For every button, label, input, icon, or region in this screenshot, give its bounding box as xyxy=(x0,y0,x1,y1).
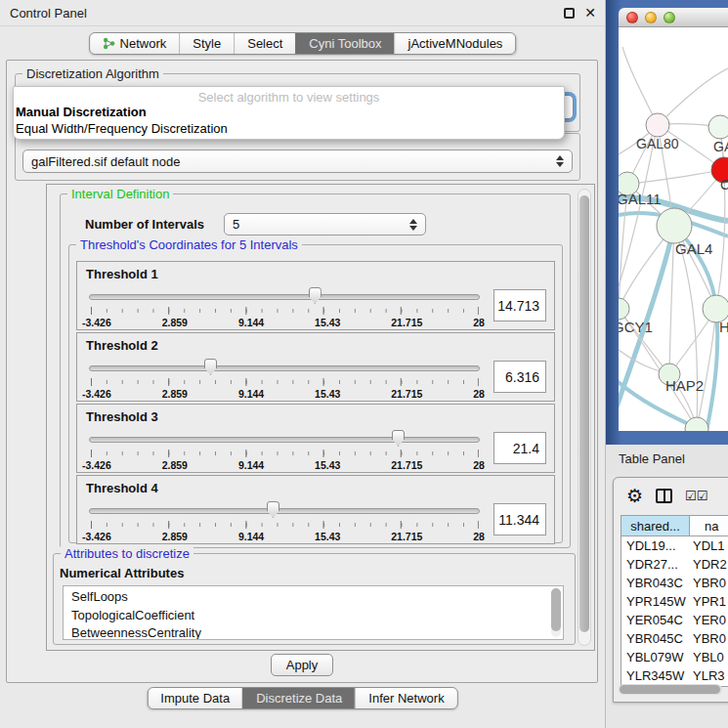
tab-jactivemnodules[interactable]: jActiveMNodules xyxy=(395,33,516,54)
numerical-attributes-label: Numerical Attributes xyxy=(60,566,184,580)
network-canvas[interactable]: GAL80 GA C GAL11 GAL4 GCY1 H HAP2 xyxy=(619,27,728,431)
slider-thumb[interactable] xyxy=(309,287,321,304)
scrollbar-thumb[interactable] xyxy=(579,195,589,632)
slider-thumb[interactable] xyxy=(392,430,405,447)
dropdown-option-manual-discretization[interactable]: Manual Discretization xyxy=(14,105,564,121)
tab-network[interactable]: Network xyxy=(90,33,180,54)
num-intervals-combobox[interactable]: 5 xyxy=(224,213,426,236)
threshold-2-value[interactable]: 6.316 xyxy=(493,361,546,393)
node-top-right xyxy=(708,115,728,139)
attributes-group: Attributes to discretize Numerical Attri… xyxy=(53,553,576,645)
node-label: GCY1 xyxy=(619,319,653,335)
table-row[interactable]: YDR27...YDR2 xyxy=(621,555,728,574)
threshold-4-slider[interactable]: -3.4262.8599.14415.4321.71528 xyxy=(89,502,480,543)
combobox-arrows-icon xyxy=(556,155,564,167)
settings-scroll-panel: Interval Definition Number of Intervals … xyxy=(46,184,595,651)
group-title: Interval Definition xyxy=(67,187,173,201)
columns-icon[interactable] xyxy=(656,489,672,503)
group-title: Attributes to discretize xyxy=(61,546,193,561)
node-label: GAL80 xyxy=(636,136,679,151)
slider-tick-labels: -3.4262.8599.14415.4321.71528 xyxy=(82,317,485,328)
horizontal-scrollbar[interactable] xyxy=(619,684,722,695)
slider-tick-labels: -3.4262.8599.14415.4321.71528 xyxy=(82,388,485,400)
table-data-combobox[interactable]: galFiltered.sif default node xyxy=(22,150,573,173)
slider-track[interactable] xyxy=(89,294,480,300)
thresholds-group: Threshold's Coordinates for 5 Intervals … xyxy=(68,244,563,543)
list-scrollbar[interactable] xyxy=(551,588,561,637)
vertical-scrollbar[interactable] xyxy=(578,189,591,646)
table-row[interactable]: YER054CYER0 xyxy=(621,611,728,629)
node-label: GAL11 xyxy=(619,191,662,207)
column-header-name[interactable]: na xyxy=(690,516,728,535)
tab-label: Network xyxy=(120,36,167,51)
close-icon[interactable]: ✕ xyxy=(584,5,596,21)
node-gcy1 xyxy=(619,298,629,320)
table-panel-title: Table Panel xyxy=(619,445,685,474)
tab-label: Style xyxy=(193,36,221,51)
tab-style[interactable]: Style xyxy=(179,33,234,54)
table-row[interactable]: YBR045CYBR0 xyxy=(621,629,728,648)
num-intervals-label: Number of Intervals xyxy=(85,217,204,232)
slider-thumb[interactable] xyxy=(267,501,279,518)
apply-button[interactable]: Apply xyxy=(271,654,333,676)
close-traffic-light-icon[interactable] xyxy=(626,12,638,23)
slider-ticks xyxy=(91,378,479,386)
slider-tick-labels: -3.4262.8599.14415.4321.71528 xyxy=(82,459,485,471)
threshold-3-panel: Threshold 3 -3.4262.8599.14415.4321.7152… xyxy=(76,404,555,473)
table-panel-header: Table Panel xyxy=(606,445,728,474)
slider-ticks xyxy=(91,450,479,457)
list-item[interactable]: SelfLoops xyxy=(71,588,563,607)
column-header-shared[interactable]: shared... xyxy=(621,516,690,535)
combobox-value: 5 xyxy=(233,217,409,232)
slider-track[interactable] xyxy=(89,437,480,443)
gear-icon[interactable]: ⚙ xyxy=(626,487,643,505)
list-item[interactable]: BetweennessCentrality xyxy=(71,624,563,640)
tab-impute-data[interactable]: Impute Data xyxy=(148,688,242,708)
group-title: Discretization Algorithm xyxy=(22,66,163,81)
table-row[interactable]: YDL19...YDL1 xyxy=(621,536,728,555)
node-label: GA xyxy=(713,139,728,154)
table-row[interactable]: YBL079WYBL0 xyxy=(621,648,728,666)
scrollbar-thumb[interactable] xyxy=(551,588,561,631)
scrollbar-thumb[interactable] xyxy=(620,685,720,694)
slider-track[interactable] xyxy=(89,508,480,514)
tab-label: jActiveMNodules xyxy=(408,36,503,51)
threshold-3-value[interactable]: 21.4 xyxy=(493,432,546,464)
tab-select[interactable]: Select xyxy=(234,33,295,54)
right-region: GAL80 GA C GAL11 GAL4 GCY1 H HAP2 Table … xyxy=(606,0,728,728)
group-title: Threshold's Coordinates for 5 Intervals xyxy=(76,237,302,252)
network-window-titlebar[interactable] xyxy=(619,8,728,27)
threshold-1-slider[interactable]: -3.4262.8599.14415.4321.71528 xyxy=(89,288,480,329)
tab-label: Discretize Data xyxy=(256,691,342,706)
dropdown-option-equal-width-frequency[interactable]: Equal Width/Frequency Discretization xyxy=(14,121,564,138)
combobox-arrows-icon xyxy=(409,219,417,231)
threshold-2-slider[interactable]: -3.4262.8599.14415.4321.71528 xyxy=(89,360,480,401)
threshold-3-slider[interactable]: -3.4262.8599.14415.4321.71528 xyxy=(89,431,480,472)
control-panel-titlebar: Control Panel ✕ xyxy=(0,0,605,26)
checkbox-checked-icon[interactable]: ☑ xyxy=(697,489,708,503)
checkbox-checked-icon[interactable]: ☑ xyxy=(685,489,697,503)
tab-label: Cyni Toolbox xyxy=(309,36,381,51)
table-row[interactable]: YBR043CYBR0 xyxy=(621,574,728,592)
threshold-4-value[interactable]: 11.344 xyxy=(493,503,546,535)
network-graph: GAL80 GA C GAL11 GAL4 GCY1 H HAP2 xyxy=(619,27,728,431)
minimize-traffic-light-icon[interactable] xyxy=(645,12,657,23)
slider-thumb[interactable] xyxy=(204,359,217,375)
zoom-traffic-light-icon[interactable] xyxy=(664,12,675,23)
table-header-row: shared... na xyxy=(621,516,728,536)
threshold-1-value[interactable]: 14.713 xyxy=(493,289,546,321)
float-window-icon[interactable] xyxy=(564,8,575,19)
panel-title: Control Panel xyxy=(10,0,87,26)
threshold-label: Threshold 1 xyxy=(86,267,158,281)
threshold-label: Threshold 2 xyxy=(86,338,158,353)
table-data-group: Table Data galFiltered.sif default node xyxy=(15,133,580,181)
tab-infer-network[interactable]: Infer Network xyxy=(355,688,456,708)
tab-label: Impute Data xyxy=(160,691,230,706)
slider-track[interactable] xyxy=(89,365,480,371)
table-row[interactable]: YPR145WYPR1 xyxy=(621,592,728,611)
tab-cyni-toolbox[interactable]: Cyni Toolbox xyxy=(295,33,394,54)
tab-discretize-data[interactable]: Discretize Data xyxy=(242,688,355,708)
table-row[interactable]: YLR345WYLR3 xyxy=(621,666,728,685)
list-item[interactable]: TopologicalCoefficient xyxy=(71,607,563,625)
slider-tick-labels: -3.4262.8599.14415.4321.71528 xyxy=(82,531,485,542)
